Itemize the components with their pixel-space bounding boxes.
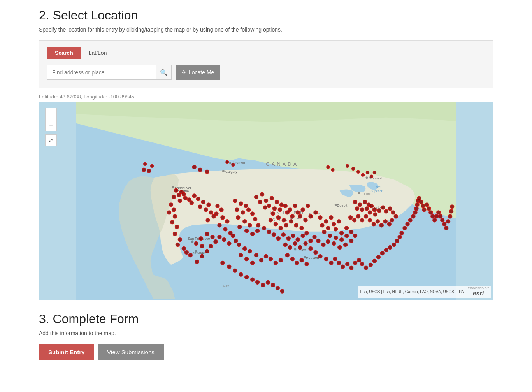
svg-point-301 (366, 171, 369, 174)
svg-point-48 (167, 211, 171, 214)
svg-point-116 (306, 204, 310, 208)
svg-point-93 (239, 253, 243, 257)
svg-point-214 (349, 266, 353, 270)
section-3: 3. Complete Form Add this information to… (39, 312, 493, 360)
svg-point-96 (255, 253, 258, 257)
svg-point-11 (172, 186, 174, 188)
svg-point-86 (238, 225, 242, 229)
svg-point-146 (349, 230, 353, 234)
submit-entry-button[interactable]: Submit Entry (39, 344, 94, 360)
view-submissions-button[interactable]: View Submissions (98, 344, 163, 360)
svg-point-174 (381, 206, 385, 209)
svg-point-40 (172, 195, 176, 199)
svg-point-85 (256, 223, 260, 227)
svg-point-292 (192, 165, 196, 169)
svg-point-122 (276, 216, 280, 220)
svg-point-273 (205, 232, 209, 236)
svg-point-108 (278, 208, 282, 212)
svg-point-282 (245, 275, 249, 279)
svg-point-54 (176, 243, 179, 247)
svg-point-90 (237, 243, 241, 247)
svg-point-98 (264, 254, 268, 258)
svg-point-195 (231, 234, 235, 238)
svg-point-268 (285, 253, 289, 257)
svg-point-159 (293, 242, 297, 246)
svg-point-209 (329, 261, 333, 265)
svg-point-88 (251, 232, 255, 236)
svg-point-155 (313, 235, 316, 239)
svg-point-127 (284, 223, 288, 227)
svg-point-220 (372, 259, 376, 263)
page-container: 2. Select Location Specify the location … (0, 0, 532, 376)
svg-point-113 (290, 214, 294, 218)
svg-point-67 (219, 208, 223, 212)
svg-point-120 (314, 211, 318, 214)
svg-point-185 (368, 218, 372, 222)
zoom-in-button[interactable]: + (45, 108, 57, 120)
svg-point-149 (344, 243, 348, 247)
svg-point-163 (358, 203, 362, 207)
svg-point-221 (376, 255, 380, 259)
svg-point-257 (147, 169, 151, 173)
svg-point-77 (235, 208, 239, 212)
svg-point-107 (272, 207, 276, 211)
map-container[interactable]: CANADA U N I T E D S T A T E S Edmonton … (39, 102, 493, 300)
svg-point-143 (334, 236, 338, 240)
section-description: Specify the location for this entry by c… (39, 26, 493, 33)
svg-point-258 (262, 226, 266, 230)
tabs: Search Lat/Lon (47, 47, 485, 59)
svg-point-103 (270, 196, 274, 200)
svg-point-184 (372, 222, 376, 226)
svg-point-152 (326, 240, 330, 244)
svg-point-62 (204, 208, 208, 212)
svg-point-198 (222, 238, 226, 242)
svg-point-304 (151, 164, 154, 167)
svg-point-267 (305, 231, 309, 235)
expand-button[interactable]: ⤢ (45, 134, 57, 146)
svg-point-176 (388, 207, 392, 211)
svg-point-94 (245, 257, 249, 261)
svg-point-182 (379, 223, 383, 227)
svg-point-201 (209, 244, 213, 248)
tab-search[interactable]: Search (47, 47, 81, 59)
svg-point-288 (276, 286, 279, 290)
svg-point-123 (282, 218, 286, 222)
svg-point-188 (356, 214, 360, 218)
svg-point-249 (441, 218, 444, 222)
svg-point-78 (241, 211, 245, 214)
svg-point-36 (174, 188, 178, 192)
svg-point-276 (194, 242, 198, 246)
svg-point-50 (170, 220, 174, 224)
svg-point-148 (349, 239, 353, 243)
svg-point-173 (377, 209, 381, 213)
locate-me-button[interactable]: ✈ Locate Me (176, 65, 220, 80)
locate-label: Locate Me (189, 69, 214, 76)
search-input[interactable] (47, 65, 156, 80)
svg-point-193 (258, 200, 262, 204)
svg-text:Detroit: Detroit (337, 204, 348, 207)
zoom-out-button[interactable]: − (45, 120, 57, 131)
svg-point-99 (269, 257, 272, 261)
svg-point-177 (391, 211, 395, 214)
svg-point-102 (264, 199, 268, 203)
tab-latlon[interactable]: Lat/Lon (81, 47, 115, 59)
svg-point-235 (415, 203, 419, 207)
svg-point-247 (437, 211, 441, 214)
svg-point-115 (301, 208, 305, 212)
svg-point-38 (177, 193, 181, 197)
svg-point-66 (216, 204, 219, 208)
svg-point-75 (239, 202, 243, 206)
svg-point-47 (172, 208, 176, 212)
search-icon-button[interactable]: 🔍 (156, 65, 172, 80)
svg-point-121 (271, 212, 275, 216)
svg-point-279 (227, 265, 231, 269)
svg-point-243 (429, 211, 433, 214)
svg-text:CANADA: CANADA (266, 161, 299, 167)
powered-by-text: POWERED BY (468, 287, 489, 290)
svg-point-237 (417, 196, 421, 200)
svg-point-179 (390, 218, 394, 222)
svg-point-228 (400, 231, 404, 235)
svg-point-49 (173, 214, 177, 218)
svg-point-167 (360, 208, 364, 212)
svg-point-129 (294, 223, 298, 227)
